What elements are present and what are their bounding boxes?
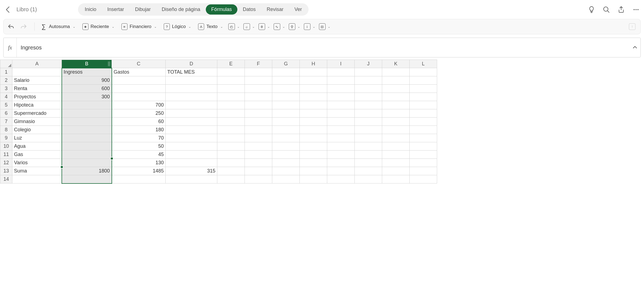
cell-H3[interactable] (300, 85, 327, 93)
cell-J8[interactable] (355, 126, 382, 134)
cell-B9[interactable] (62, 134, 112, 142)
cell-K4[interactable] (382, 93, 410, 101)
cell-F2[interactable] (245, 76, 272, 85)
cell-D6[interactable] (166, 109, 217, 118)
cell-L7[interactable] (410, 118, 437, 126)
column-header-H[interactable]: H (300, 60, 327, 68)
financial-button[interactable]: ≡ Financiero ⌄ (119, 22, 159, 31)
cell-C4[interactable] (112, 93, 166, 101)
cell-E2[interactable] (217, 76, 245, 85)
cell-G5[interactable] (272, 101, 300, 109)
info-button[interactable]: i⌄ (303, 22, 316, 31)
cell-E14[interactable] (217, 175, 245, 183)
cell-K12[interactable] (382, 159, 410, 167)
cell-A6[interactable]: Supermercado (12, 109, 62, 118)
cell-H14[interactable] (300, 175, 327, 183)
cell-F1[interactable] (245, 68, 272, 76)
row-header-10[interactable]: 10 (0, 142, 12, 151)
cell-B8[interactable] (62, 126, 112, 134)
cell-E1[interactable] (217, 68, 245, 76)
cell-H6[interactable] (300, 109, 327, 118)
cell-L3[interactable] (410, 85, 437, 93)
cell-E11[interactable] (217, 151, 245, 159)
cell-D8[interactable] (166, 126, 217, 134)
cell-K6[interactable] (382, 109, 410, 118)
column-header-E[interactable]: E (217, 60, 245, 68)
cell-I9[interactable] (327, 134, 355, 142)
row-header-1[interactable]: 1 (0, 68, 12, 76)
cell-K3[interactable] (382, 85, 410, 93)
row-header-13[interactable]: 13 (0, 167, 12, 175)
cell-E12[interactable] (217, 159, 245, 167)
cell-F10[interactable] (245, 142, 272, 151)
cell-E7[interactable] (217, 118, 245, 126)
cell-A2[interactable]: Salario (12, 76, 62, 85)
row-header-8[interactable]: 8 (0, 126, 12, 134)
cell-D12[interactable] (166, 159, 217, 167)
column-header-D[interactable]: D (166, 60, 217, 68)
cell-A11[interactable]: Gas (12, 151, 62, 159)
cell-F6[interactable] (245, 109, 272, 118)
cell-A12[interactable]: Varios (12, 159, 62, 167)
cell-K2[interactable] (382, 76, 410, 85)
cell-E6[interactable] (217, 109, 245, 118)
cell-E4[interactable] (217, 93, 245, 101)
cell-G2[interactable] (272, 76, 300, 85)
cell-B14[interactable] (62, 175, 112, 183)
tab-dibujar[interactable]: Dibujar (130, 4, 156, 15)
cell-F5[interactable] (245, 101, 272, 109)
cell-A13[interactable]: Suma (12, 167, 62, 175)
cell-J2[interactable] (355, 76, 382, 85)
cell-C9[interactable]: 70 (112, 134, 166, 142)
cell-C5[interactable]: 700 (112, 101, 166, 109)
selection-handle-left[interactable] (60, 165, 63, 169)
cell-E9[interactable] (217, 134, 245, 142)
cell-F13[interactable] (245, 167, 272, 175)
cell-L14[interactable] (410, 175, 437, 183)
cell-K1[interactable] (382, 68, 410, 76)
cell-K13[interactable] (382, 167, 410, 175)
cell-F4[interactable] (245, 93, 272, 101)
cell-H11[interactable] (300, 151, 327, 159)
cell-K9[interactable] (382, 134, 410, 142)
cell-G13[interactable] (272, 167, 300, 175)
cell-L8[interactable] (410, 126, 437, 134)
cell-F9[interactable] (245, 134, 272, 142)
cell-A4[interactable]: Proyectos (12, 93, 62, 101)
cell-F11[interactable] (245, 151, 272, 159)
column-header-I[interactable]: I (327, 60, 355, 68)
cell-G3[interactable] (272, 85, 300, 93)
cell-H1[interactable] (300, 68, 327, 76)
cell-C3[interactable] (112, 85, 166, 93)
search-icon[interactable] (603, 6, 610, 13)
cell-I6[interactable] (327, 109, 355, 118)
autosum-button[interactable]: ∑ Autosuma ⌄ (38, 22, 78, 31)
cell-H9[interactable] (300, 134, 327, 142)
cell-H7[interactable] (300, 118, 327, 126)
cell-B7[interactable] (62, 118, 112, 126)
column-header-K[interactable]: K (382, 60, 410, 68)
recent-button[interactable]: ★ Reciente ⌄ (80, 22, 117, 31)
cell-I8[interactable] (327, 126, 355, 134)
cell-E10[interactable] (217, 142, 245, 151)
cell-J9[interactable] (355, 134, 382, 142)
cell-I2[interactable] (327, 76, 355, 85)
error-button[interactable]: ! (628, 22, 637, 31)
cell-F3[interactable] (245, 85, 272, 93)
cell-D4[interactable] (166, 93, 217, 101)
cell-I14[interactable] (327, 175, 355, 183)
cell-J10[interactable] (355, 142, 382, 151)
tab-revisar[interactable]: Revisar (261, 4, 289, 15)
formula-input[interactable] (17, 38, 629, 57)
text-button[interactable]: A Texto ⌄ (195, 22, 226, 31)
cell-B1[interactable]: Ingresos (62, 68, 112, 76)
cell-F7[interactable] (245, 118, 272, 126)
fx-label[interactable]: fx (4, 38, 17, 57)
cell-G7[interactable] (272, 118, 300, 126)
row-header-2[interactable]: 2 (0, 76, 12, 85)
engineering-button[interactable]: ⚲⌄ (288, 22, 301, 31)
share-icon[interactable] (618, 6, 625, 13)
cell-J1[interactable] (355, 68, 382, 76)
cell-H10[interactable] (300, 142, 327, 151)
cell-G11[interactable] (272, 151, 300, 159)
